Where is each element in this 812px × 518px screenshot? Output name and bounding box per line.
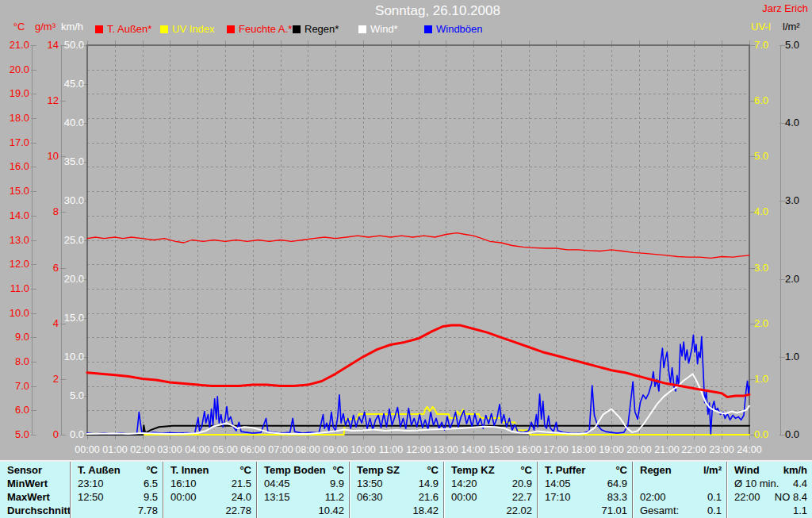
table-col-wind: Windkm/hØ 10 min.4.422:00NO 8.41.1 [726,462,812,518]
svg-text:10.0: 10.0 [10,307,29,319]
stats-table: SensorMinWertMaxWertDurchschnittT. Außen… [0,460,812,518]
table-col-temp-kz: Temp KZ°C14:2020.900:0022.722.02 [443,462,537,518]
table-cell-min: 14:0564.9 [538,477,632,490]
table-col-header: Temp KZ°C [444,463,537,477]
table-cell-max: 12:509.5 [71,490,163,504]
svg-text:06:00: 06:00 [240,444,265,455]
svg-text:17.0: 17.0 [10,136,29,148]
legend-item-uv-index: UV Index [160,23,214,35]
svg-text:16:00: 16:00 [516,444,541,455]
svg-text:8: 8 [53,205,59,217]
svg-text:02:00: 02:00 [130,444,155,455]
svg-text:10.0: 10.0 [64,351,84,363]
svg-text:19:00: 19:00 [599,444,623,455]
svg-text:21.0: 21.0 [10,39,29,51]
svg-text:24:00: 24:00 [737,444,761,455]
table-col-t-innen: T. Innen°C16:1021.500:0024.022.78 [163,462,256,518]
svg-text:11.0: 11.0 [10,282,29,294]
svg-text:2.0: 2.0 [785,273,799,285]
svg-text:16.0: 16.0 [10,160,29,172]
svg-text:5.0: 5.0 [70,389,84,401]
table-col-header: Temp Boden°C [257,463,349,477]
svg-text:10:00: 10:00 [350,444,375,455]
table-col-header: T. Außen°C [71,463,163,477]
svg-text:22:00: 22:00 [681,444,706,455]
table-cell-min: 04:459.9 [257,477,349,490]
svg-text:18.0: 18.0 [10,112,29,124]
legend-swatch-t-aussen [95,25,103,33]
table-col-header: Temp SZ°C [350,463,443,477]
svg-text:14.0: 14.0 [10,209,29,221]
table-col-regen: Regenl/m²02:000.1Gesamt:0.1 [632,462,726,518]
svg-text:30.0: 30.0 [64,194,84,206]
svg-text:9.0: 9.0 [15,331,29,343]
table-row-label: Durchschnitt [0,504,70,517]
table-row-label: Sensor [0,463,70,477]
table-cell-max: 22:00NO 8.4 [727,490,812,504]
svg-text:2: 2 [53,373,59,385]
table-cell-min: 23:106.5 [71,477,163,490]
svg-text:01:00: 01:00 [102,444,127,455]
svg-text:45.0: 45.0 [64,78,84,90]
table-row-label: MaxWert [0,490,70,504]
svg-text:7.0: 7.0 [15,380,29,392]
table-col-header: T. Puffer°C [538,463,632,477]
svg-text:5.0: 5.0 [15,428,29,440]
svg-text:0.0: 0.0 [70,428,84,440]
svg-text:18:00: 18:00 [571,444,596,455]
svg-text:1.0: 1.0 [754,373,768,385]
svg-text:08:00: 08:00 [295,444,320,455]
svg-text:3.0: 3.0 [754,262,768,274]
svg-text:14:00: 14:00 [461,444,485,455]
table-col-header: Regenl/m² [633,463,726,477]
legend-label-regen: Regen* [304,23,339,35]
legend-label-feuchte-a: Feuchte A.* [239,23,292,35]
legend-item-feuchte-a: Feuchte A.* [227,23,292,35]
svg-text:19.0: 19.0 [10,87,29,99]
table-cell-max: 00:0024.0 [163,490,256,504]
table-col-header: Windkm/h [727,463,812,477]
table-cell-max: 06:3021.6 [350,490,443,504]
svg-text:20.0: 20.0 [10,63,29,75]
table-cell-min [633,477,726,490]
table-cell-avg: 7.78 [71,504,163,517]
table-cell-max: 02:000.1 [633,490,726,504]
chart-legend: T. Außen*UV IndexFeuchte A.*Regen*Wind*W… [0,0,812,40]
legend-label-windboeen: Windböen [436,23,483,35]
y-axis-wind: 0.05.010.015.020.025.030.035.040.045.050… [61,21,87,440]
svg-text:50.0: 50.0 [64,39,84,51]
legend-item-wind: Wind* [358,23,398,35]
svg-text:04:00: 04:00 [185,444,209,455]
svg-text:5.0: 5.0 [754,150,768,162]
svg-text:20.0: 20.0 [64,273,84,285]
legend-label-uv-index: UV Index [172,23,214,35]
chart-grid [87,45,749,435]
y-axis-hum: 02468101214g/m³ [35,21,66,440]
svg-text:15.0: 15.0 [64,312,84,324]
svg-text:05:00: 05:00 [213,444,237,455]
legend-swatch-windboeen [424,25,432,33]
table-cell-avg: 71.01 [538,504,632,517]
legend-swatch-feuchte-a [227,25,235,33]
svg-text:7.0: 7.0 [754,39,768,51]
table-cell-avg: 22.78 [163,504,256,517]
svg-text:3.0: 3.0 [785,194,799,206]
svg-text:00:00: 00:00 [75,444,99,455]
svg-text:35.0: 35.0 [64,155,84,167]
svg-text:12:00: 12:00 [406,444,431,455]
svg-text:6.0: 6.0 [15,404,29,416]
table-cell-min: 16:1021.5 [163,477,256,490]
table-cell-max: 00:0022.7 [444,490,537,504]
svg-text:15.0: 15.0 [10,185,29,197]
table-col-t-au-en: T. Außen°C23:106.512:509.57.78 [70,462,163,518]
y-axis-uv: 0.01.02.03.04.05.06.07.0UV-I [749,21,771,440]
table-col-labels: SensorMinWertMaxWertDurchschnitt [0,462,70,518]
svg-text:17:00: 17:00 [543,444,568,455]
table-col-header: T. Innen°C [163,463,256,477]
svg-text:13:00: 13:00 [433,444,458,455]
svg-text:8.0: 8.0 [15,355,29,367]
table-cell-max: 17:1083.3 [538,490,632,504]
legend-label-t-aussen: T. Außen* [107,23,151,35]
y-axis-rain: 0.01.02.03.04.05.0l/m² [779,21,800,440]
svg-text:14: 14 [48,39,59,51]
